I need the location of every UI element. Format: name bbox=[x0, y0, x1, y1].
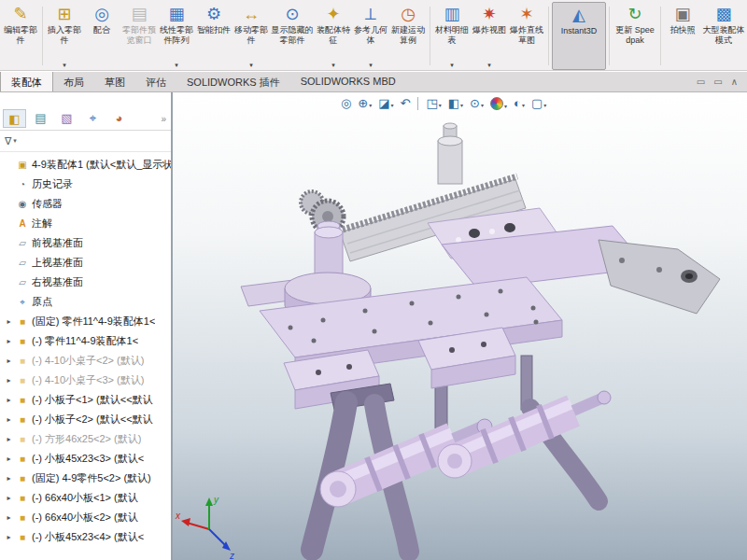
zoom-fit-glyph: ◎ bbox=[341, 96, 351, 110]
ribbon-button-label: 智能扣件 bbox=[197, 25, 231, 35]
manager-tab-overflow-icon[interactable]: » bbox=[161, 114, 168, 124]
tab-sketch[interactable]: 草图 bbox=[94, 72, 135, 91]
displaymanager-tab[interactable]: ◕ bbox=[107, 109, 131, 128]
expand-arrow-icon[interactable]: ▸ bbox=[5, 455, 13, 463]
tree-item-front-plane[interactable]: ▱前视基准面 bbox=[0, 233, 171, 253]
tree-item-component[interactable]: ▸■(-) 66x40小板<1> (默认 bbox=[0, 488, 171, 508]
tab-assembly[interactable]: 装配体 bbox=[0, 72, 53, 91]
zoom-area-icon[interactable]: ⊕▾ bbox=[356, 95, 374, 111]
tab-layout[interactable]: 布局 bbox=[53, 72, 94, 91]
configurationmanager-tab[interactable]: ▧ bbox=[55, 109, 78, 128]
propertymanager-tab[interactable]: ▤ bbox=[29, 109, 52, 128]
expand-arrow-icon[interactable]: ▸ bbox=[5, 415, 13, 424]
tree-item-history[interactable]: ◔历史记录 bbox=[0, 175, 171, 194]
ribbon-button-smart-fasteners[interactable]: ⚙智能扣件 bbox=[195, 2, 233, 70]
previous-view-icon[interactable]: ↶ bbox=[399, 95, 413, 111]
tab-solidworks-addins[interactable]: SOLIDWORKS 插件 bbox=[176, 72, 290, 91]
tree-item-component[interactable]: ▸■(-) 小板45x23<4> (默认< bbox=[0, 527, 171, 547]
tree-item-component[interactable]: ▸■(-) 小板子<1> (默认<<默认 bbox=[0, 390, 171, 410]
ribbon-button-label: 爆炸直线草图 bbox=[509, 25, 544, 45]
ribbon-button-linear-component-pattern[interactable]: ▦线性零部件阵列▾ bbox=[158, 2, 195, 70]
tree-item-origin[interactable]: ⌖原点 bbox=[0, 292, 171, 312]
zoom-fit-icon[interactable]: ◎ bbox=[339, 95, 353, 111]
tab-options-icon-1[interactable]: ▭ bbox=[697, 77, 705, 87]
ribbon-button-label: 参考几何体 bbox=[353, 25, 388, 45]
filter-icon[interactable]: ∇ bbox=[5, 135, 11, 147]
large-assembly-mode-icon: ▩ bbox=[715, 4, 731, 25]
chevron-down-icon: ▾ bbox=[439, 102, 442, 108]
component-preview-icon: ▤ bbox=[131, 4, 147, 25]
graphics-viewport[interactable]: ◎ ⊕▾ ◪▾ ↶ ◳▾ ◧▾ ⊙▾ ▾ ◐▾ ▢▾ bbox=[173, 92, 747, 560]
tree-item-component[interactable]: ▸■(-) 小板45x23<3> (默认< bbox=[0, 449, 171, 469]
ribbon-button-move-component[interactable]: ↔移动零部件▾ bbox=[233, 2, 270, 70]
bill-of-materials-icon: ▥ bbox=[444, 4, 459, 25]
tree-item-component[interactable]: ▸■(-) 4-10小桌子<3> (默认) bbox=[0, 371, 171, 390]
tree-item-component[interactable]: ▸■(-) 方形46x25<2> (默认) bbox=[0, 429, 171, 449]
tree-root-item[interactable]: ▣4-9装配体1 (默认<默认_显示状... bbox=[0, 155, 171, 175]
ribbon-button-exploded-view[interactable]: ✷爆炸视图▾ bbox=[471, 2, 508, 70]
section-view-icon[interactable]: ◪▾ bbox=[376, 95, 395, 111]
ribbon-button-instant3d[interactable]: ◭Instant3D bbox=[552, 2, 606, 70]
chevron-down-icon: ▾ bbox=[487, 62, 491, 70]
ribbon-separator bbox=[548, 7, 549, 65]
expand-arrow-icon[interactable]: ▸ bbox=[5, 435, 13, 443]
edit-appearance-icon[interactable]: ▾ bbox=[488, 96, 509, 111]
ribbon-button-label: 新建运动算例 bbox=[390, 25, 426, 45]
view-orientation-icon[interactable]: ◳▾ bbox=[424, 95, 443, 111]
ribbon-button-bill-of-materials[interactable]: ▥材料明细表▾ bbox=[433, 2, 471, 70]
expand-arrow-icon[interactable]: ▸ bbox=[5, 357, 13, 365]
tree-item-top-plane[interactable]: ▱上视基准面 bbox=[0, 253, 171, 273]
cad-model-canvas[interactable]: x y z bbox=[173, 92, 747, 560]
dimxpertmanager-tab[interactable]: ⌖ bbox=[81, 109, 105, 128]
collapse-ribbon-icon[interactable]: ∧ bbox=[731, 77, 738, 87]
model-top-cylinder bbox=[438, 123, 462, 184]
expand-arrow-icon[interactable]: ▸ bbox=[5, 533, 13, 541]
tree-item-label: (-) 66x40小板<2> (默认 bbox=[32, 511, 138, 525]
tree-item-component[interactable]: ▸■(-) 小板子<2> (默认<<默认 bbox=[0, 410, 171, 429]
tree-item-component[interactable]: ▸■(固定) 零件11^4-9装配体1< bbox=[0, 312, 171, 331]
hide-show-items-icon[interactable]: ⊙▾ bbox=[468, 95, 486, 111]
tree-item-component[interactable]: ▸■(-) 零件11^4-9装配体1< bbox=[0, 331, 171, 351]
plane-icon: ▱ bbox=[16, 277, 29, 287]
expand-arrow-icon[interactable]: ▸ bbox=[5, 474, 13, 483]
tree-item-component[interactable]: ▸■(-) 4-10小桌子<2> (默认) bbox=[0, 351, 171, 371]
chevron-down-icon: ▾ bbox=[369, 62, 373, 70]
expand-arrow-icon[interactable]: ▸ bbox=[5, 396, 13, 404]
ribbon-button-explode-line-sketch[interactable]: ✶爆炸直线草图 bbox=[508, 2, 545, 70]
expand-arrow-icon[interactable]: ▸ bbox=[5, 337, 13, 345]
ribbon-button-update-speedpak[interactable]: ↻更新 Speedpak bbox=[613, 2, 657, 70]
ribbon-button-assembly-features[interactable]: ✦装配体特征▾ bbox=[315, 2, 352, 70]
ribbon-button-label: 零部件预览窗口 bbox=[121, 25, 157, 45]
view-settings-icon[interactable]: ▢▾ bbox=[529, 95, 548, 111]
ribbon-button-edit-component[interactable]: ✎编辑零部件 bbox=[2, 2, 39, 70]
expand-arrow-icon[interactable]: ▸ bbox=[5, 513, 13, 522]
annotation-icon: A bbox=[16, 218, 29, 229]
ribbon-button-take-snapshot[interactable]: ▣拍快照 bbox=[664, 2, 701, 70]
display-style-icon[interactable]: ◧▾ bbox=[446, 95, 465, 111]
apply-scene-icon[interactable]: ◐▾ bbox=[512, 95, 527, 111]
tree-item-component[interactable]: ▸■(-) 66x40小板<2> (默认 bbox=[0, 508, 171, 527]
ribbon-button-insert-components[interactable]: ⊞插入零部件▾ bbox=[46, 2, 83, 70]
reference-geometry-icon: ⟂ bbox=[365, 4, 376, 25]
mate-icon: ◎ bbox=[94, 4, 109, 25]
expand-arrow-icon[interactable]: ▸ bbox=[5, 317, 13, 326]
ribbon-button-large-assembly-mode[interactable]: ▩大型装配体模式 bbox=[701, 2, 746, 70]
expand-arrow-icon[interactable]: ▸ bbox=[5, 494, 13, 502]
ribbon-button-mate[interactable]: ◎配合 bbox=[83, 2, 120, 70]
new-motion-study-icon: ◷ bbox=[401, 4, 416, 25]
ribbon-button-reference-geometry[interactable]: ⟂参考几何体▾ bbox=[352, 2, 389, 70]
tab-options-icon-2[interactable]: ▭ bbox=[713, 77, 722, 87]
tree-item-label: (-) 小板子<2> (默认<<默认 bbox=[32, 413, 153, 427]
tree-item-annotations[interactable]: A注解 bbox=[0, 214, 171, 233]
chevron-down-icon[interactable]: ▾ bbox=[13, 137, 17, 145]
tab-solidworks-mbd[interactable]: SOLIDWORKS MBD bbox=[290, 72, 406, 91]
ribbon-button-new-motion-study[interactable]: ◷新建运动算例 bbox=[389, 2, 427, 70]
tree-item-component[interactable]: ▸■(固定) 4-9零件5<2> (默认) bbox=[0, 469, 171, 488]
move-component-icon: ↔ bbox=[243, 4, 260, 25]
featuremanager-tab[interactable]: ◧ bbox=[3, 109, 26, 128]
tree-item-sensors[interactable]: ◉传感器 bbox=[0, 194, 171, 214]
tree-item-right-plane[interactable]: ▱右视基准面 bbox=[0, 273, 171, 292]
expand-arrow-icon[interactable]: ▸ bbox=[5, 376, 13, 385]
ribbon-button-show-hidden-components[interactable]: ⊙显示隐藏的零部件 bbox=[270, 2, 315, 70]
tab-evaluate[interactable]: 评估 bbox=[135, 72, 176, 91]
